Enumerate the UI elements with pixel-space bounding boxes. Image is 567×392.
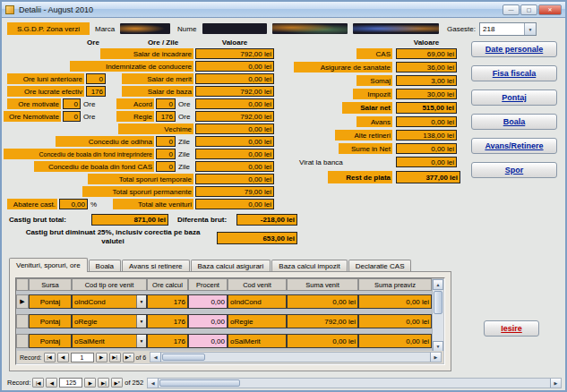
tab-boala[interactable]: Boala bbox=[89, 260, 121, 272]
current-record-input[interactable]: 1 bbox=[71, 353, 94, 362]
alte-retineri-value[interactable]: 138,00 lei bbox=[396, 130, 457, 141]
tab-baza-calcul-asigurari[interactable]: Baza calcul asigurari bbox=[191, 260, 271, 272]
chevron-down-icon[interactable]: ▼ bbox=[136, 315, 146, 328]
total-sporuri-permanente-value[interactable]: 79,00 lei bbox=[195, 186, 274, 197]
cod-tip-combobox[interactable]: oSalMerit ▼ bbox=[72, 334, 147, 348]
cod-tip-combobox[interactable]: oRegie ▼ bbox=[72, 314, 147, 328]
minimize-button[interactable]: — bbox=[503, 4, 520, 15]
cell-sursa[interactable]: Pontaj bbox=[29, 334, 72, 348]
somaj-value[interactable]: 3,00 lei bbox=[396, 75, 457, 86]
nume-field-redacted[interactable] bbox=[202, 23, 267, 34]
cell-cod-venit[interactable]: oSalMerit bbox=[228, 334, 287, 348]
concediu-boala-fond-zile[interactable]: 0 bbox=[156, 149, 176, 159]
cell-ore-calcul[interactable]: 176 bbox=[147, 314, 188, 328]
spor-button[interactable]: Spor bbox=[471, 162, 557, 178]
row-selector[interactable] bbox=[16, 314, 29, 328]
rest-de-plata-value[interactable]: 377,00 lei bbox=[396, 171, 460, 183]
cas-value[interactable]: 69,00 lei bbox=[396, 48, 457, 59]
cell-sursa[interactable]: Pontaj bbox=[29, 294, 72, 309]
close-button[interactable]: ✕ bbox=[538, 4, 562, 15]
cell-suma-preaviz[interactable]: 0,00 lei bbox=[358, 294, 432, 309]
iesire-button[interactable]: Iesire bbox=[484, 320, 539, 337]
concediu-boala-cas-zile[interactable]: 0 bbox=[156, 161, 176, 172]
boala-button[interactable]: Boala bbox=[471, 114, 557, 130]
salar-incadrare-value[interactable]: 792,00 lei bbox=[195, 48, 274, 59]
impozit-value[interactable]: 30,00 lei bbox=[396, 89, 457, 99]
salar-merit-value[interactable]: 0,00 lei bbox=[195, 73, 274, 84]
scroll-up-icon[interactable]: ▲ bbox=[433, 279, 443, 290]
concediu-boala-cas-value[interactable]: 0,00 lei bbox=[195, 161, 274, 172]
acord-ore-value[interactable]: 0 bbox=[156, 98, 176, 109]
subform-vertical-scrollbar[interactable]: ▲ ▼ bbox=[432, 279, 443, 352]
total-alte-venituri-value[interactable]: 0,00 lei bbox=[195, 199, 274, 209]
row-selector[interactable] bbox=[16, 334, 29, 348]
title-bar[interactable]: Detalii - August 2010 — ▢ ✕ bbox=[2, 2, 565, 18]
regie-ore-value[interactable]: 176 bbox=[156, 111, 176, 122]
scrollbar-thumb[interactable] bbox=[434, 291, 442, 314]
concediu-odihna-value[interactable]: 0,00 lei bbox=[195, 136, 274, 147]
avans-retinere-button[interactable]: Avans/Retinere bbox=[471, 138, 557, 154]
table-header-cod-venit[interactable]: Cod venit bbox=[228, 278, 287, 291]
cell-ore-calcul[interactable]: 176 bbox=[147, 294, 188, 309]
pontaj-button[interactable]: Pontaj bbox=[471, 89, 557, 106]
scroll-left-icon[interactable]: ◀ bbox=[150, 353, 161, 362]
chevron-down-icon[interactable]: ▼ bbox=[136, 335, 146, 347]
indemnizatie-value[interactable]: 0,00 lei bbox=[195, 61, 274, 72]
scrollbar-track[interactable] bbox=[433, 315, 443, 341]
sume-in-net-value[interactable]: 0,00 lei bbox=[396, 143, 457, 154]
cell-suma-preaviz[interactable]: 0,00 lei bbox=[358, 334, 432, 348]
virat-la-banca-value[interactable]: 0,00 lei bbox=[396, 157, 457, 167]
scrollbar-thumb[interactable] bbox=[159, 379, 240, 387]
next-record-button[interactable]: ▶ bbox=[84, 378, 96, 388]
cell-cod-venit[interactable]: oIndCond bbox=[228, 294, 287, 309]
table-header-cod-tip[interactable]: Cod tip ore venit bbox=[72, 278, 147, 291]
salar-baza-value[interactable]: 792,00 lei bbox=[195, 86, 274, 97]
scroll-right-icon[interactable]: ▶ bbox=[550, 379, 561, 388]
castig-brut-total-value[interactable]: 871,00 lei bbox=[91, 214, 168, 226]
redacted-field-3[interactable] bbox=[272, 23, 348, 34]
last-record-button[interactable]: ▶| bbox=[98, 378, 109, 388]
cell-suma-venit[interactable]: 0,00 lei bbox=[287, 294, 358, 309]
date-personale-button[interactable]: Date personale bbox=[471, 41, 557, 57]
acord-value[interactable]: 0,00 lei bbox=[195, 98, 274, 109]
regie-value[interactable]: 792,00 lei bbox=[195, 111, 274, 122]
ore-motivate-value[interactable]: 0 bbox=[63, 98, 81, 109]
table-header-ore-calcul[interactable]: Ore calcul bbox=[147, 278, 188, 291]
diferenta-brut-value[interactable]: -218,00 lei bbox=[236, 214, 297, 226]
asigurare-sanatate-value[interactable]: 36,00 lei bbox=[396, 62, 457, 72]
fisa-fiscala-button[interactable]: Fisa fiscala bbox=[471, 65, 557, 81]
salar-net-value[interactable]: 515,00 lei bbox=[396, 102, 457, 114]
cod-tip-combobox[interactable]: oIndCond ▼ bbox=[72, 294, 147, 309]
maximize-button[interactable]: ▢ bbox=[520, 4, 537, 15]
total-sporuri-temporale-value[interactable]: 0,00 lei bbox=[195, 174, 274, 184]
row-selector[interactable]: ▶ bbox=[16, 294, 29, 309]
ore-nemotivate-value[interactable]: 0 bbox=[63, 111, 81, 122]
ore-lucrate-value[interactable]: 176 bbox=[86, 86, 106, 97]
scrollbar-thumb[interactable] bbox=[162, 354, 205, 361]
tab-venituri-sporuri-ore[interactable]: Venituri, sporuri, ore bbox=[9, 258, 88, 272]
chevron-down-icon[interactable]: ▼ bbox=[136, 295, 146, 308]
prev-record-button[interactable]: ◀ bbox=[57, 353, 69, 362]
new-record-button[interactable]: ▶* bbox=[123, 353, 134, 362]
concediu-boala-fond-value[interactable]: 0,00 lei bbox=[195, 149, 274, 159]
tab-declaratie-cas[interactable]: Declaratie CAS bbox=[348, 260, 412, 272]
castig-diminuat-value[interactable]: 653,00 lei bbox=[217, 232, 297, 244]
cell-suma-venit[interactable]: 792,00 lei bbox=[287, 314, 358, 328]
cell-sursa[interactable]: Pontaj bbox=[29, 314, 72, 328]
first-record-button[interactable]: |◀ bbox=[32, 378, 44, 388]
marca-field-redacted[interactable] bbox=[120, 23, 170, 34]
last-record-button[interactable]: ▶| bbox=[109, 353, 121, 362]
scroll-left-icon[interactable]: ◀ bbox=[148, 379, 159, 388]
tab-baza-calcul-impozit[interactable]: Baza calcul impozit bbox=[271, 260, 347, 272]
ore-luni-anterioare-value[interactable]: 0 bbox=[86, 73, 106, 84]
current-record-input[interactable]: 125 bbox=[59, 378, 82, 388]
new-record-button[interactable]: ▶* bbox=[111, 378, 123, 388]
subform-horizontal-scrollbar[interactable]: ◀ ▶ bbox=[150, 352, 442, 362]
cell-ore-calcul[interactable]: 176 bbox=[147, 334, 188, 348]
cell-procent[interactable]: 0,00 bbox=[188, 294, 228, 309]
cell-cod-venit[interactable]: oRegie bbox=[228, 314, 287, 328]
concediu-odihna-zile[interactable]: 0 bbox=[156, 136, 176, 147]
gaseste-combobox[interactable]: 218 ▼ bbox=[479, 22, 537, 36]
main-horizontal-scrollbar[interactable]: ◀ ▶ bbox=[147, 378, 562, 388]
redacted-field-4[interactable] bbox=[353, 23, 439, 34]
